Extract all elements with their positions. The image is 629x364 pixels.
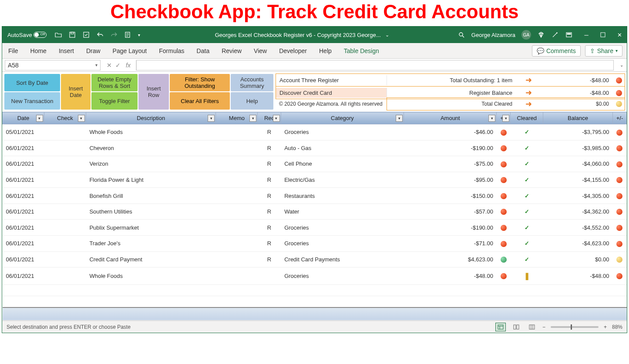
cell-check[interactable] <box>44 220 86 236</box>
minimize-icon[interactable]: ─ <box>582 31 590 39</box>
cell-rec[interactable] <box>258 267 281 285</box>
cell-description[interactable]: Whole Foods <box>86 124 216 140</box>
expand-formula-icon[interactable]: ⌄ <box>616 63 627 67</box>
table-row[interactable]: 06/01/2021Southern UtilitiesRWater-$57.0… <box>3 204 627 220</box>
cell-description[interactable]: Publix Supermarket <box>86 220 216 236</box>
share-button[interactable]: ⇪ Share ▾ <box>585 45 622 57</box>
cell-date[interactable]: 06/01/2021 <box>3 156 44 172</box>
quick-access-dropdown[interactable]: ▾ <box>138 33 140 37</box>
cell-check[interactable] <box>44 188 86 204</box>
cell-category[interactable]: Water <box>281 204 404 220</box>
autosave-indicator-icon[interactable] <box>82 31 90 39</box>
cell-check[interactable] <box>44 204 86 220</box>
cancel-formula-icon[interactable]: ✕ <box>107 62 112 69</box>
cell-date[interactable]: 06/01/2021 <box>3 172 44 188</box>
cell-date[interactable]: 06/01/2021 <box>3 267 44 285</box>
help-button[interactable]: Help <box>231 92 273 110</box>
table-row[interactable]: 05/01/2021Whole FoodsRGroceries-$46.00✓-… <box>3 124 627 140</box>
cell-amount[interactable]: -$71.00 <box>404 235 497 251</box>
cell-memo[interactable] <box>216 172 258 188</box>
open-icon[interactable] <box>54 31 62 39</box>
table-row[interactable]: 06/01/2021Bonefish GrillRRestaurants-$15… <box>3 188 627 204</box>
header-check[interactable]: Check▾ <box>44 112 86 124</box>
cell-rec[interactable]: R <box>258 140 281 156</box>
cell-check[interactable] <box>44 267 86 285</box>
cell-description[interactable]: Cheveron <box>86 140 216 156</box>
diamond-icon[interactable] <box>537 31 545 39</box>
cell-check[interactable] <box>44 235 86 251</box>
cell-cleared[interactable]: ✓ <box>511 156 543 172</box>
cell-rec[interactable]: R <box>258 251 281 267</box>
tab-table-design[interactable]: Table Design <box>342 45 381 57</box>
cell-amount[interactable]: -$190.00 <box>404 140 497 156</box>
cell-date[interactable]: 06/01/2021 <box>3 251 44 267</box>
chevron-down-icon[interactable]: ▾ <box>95 63 98 67</box>
title-dropdown-icon[interactable]: ⌄ <box>385 32 389 38</box>
cell-rec[interactable]: R <box>258 172 281 188</box>
summary-card-name[interactable]: Discover Credit Card <box>276 88 387 98</box>
view-normal-icon[interactable] <box>495 323 506 331</box>
cell-date[interactable]: 06/01/2021 <box>3 140 44 156</box>
cell-cleared[interactable]: ❚ <box>511 267 543 285</box>
filter-icon[interactable]: ▾ <box>502 115 509 122</box>
empty-row[interactable] <box>3 285 627 296</box>
filter-icon[interactable]: ▾ <box>78 115 85 122</box>
cell-rec[interactable]: R <box>258 220 281 236</box>
filter-icon[interactable]: ▾ <box>36 115 43 122</box>
zoom-value[interactable]: 88% <box>612 324 622 330</box>
sort-by-date-button[interactable]: Sort By Date <box>4 74 60 91</box>
maximize-icon[interactable] <box>599 31 607 39</box>
header-rec[interactable]: Rec▾ <box>258 112 281 124</box>
table-row[interactable]: 06/01/2021Credit Card PaymentRCredit Car… <box>3 251 627 267</box>
toggle-filter-button[interactable]: Toggle Filter <box>91 92 138 110</box>
header-date[interactable]: Date▾ <box>3 112 44 124</box>
table-row[interactable]: 06/01/2021Florida Power & LightRElectric… <box>3 172 627 188</box>
cell-check[interactable] <box>44 140 86 156</box>
cell-cleared[interactable]: ✓ <box>511 140 543 156</box>
cell-date[interactable]: 05/01/2021 <box>3 124 44 140</box>
form-icon[interactable] <box>124 31 132 39</box>
filter-icon[interactable]: ▾ <box>208 115 215 122</box>
tab-draw[interactable]: Draw <box>84 45 102 57</box>
tab-developer[interactable]: Developer <box>277 45 309 57</box>
cell-description[interactable]: Verizon <box>86 156 216 172</box>
tab-home[interactable]: Home <box>29 45 48 57</box>
cell-check[interactable] <box>44 251 86 267</box>
clear-filters-button[interactable]: Clear All Filters <box>170 92 230 110</box>
cell-description[interactable]: Florida Power & Light <box>86 172 216 188</box>
cell-check[interactable] <box>44 124 86 140</box>
cell-amount[interactable]: -$150.00 <box>404 188 497 204</box>
cell-cleared[interactable]: ✓ <box>511 235 543 251</box>
empty-row[interactable] <box>3 296 627 307</box>
save-icon[interactable] <box>68 31 76 39</box>
tab-insert[interactable]: Insert <box>57 45 76 57</box>
cell-check[interactable] <box>44 156 86 172</box>
cell-cleared[interactable]: ✓ <box>511 204 543 220</box>
cell-rec[interactable]: R <box>258 204 281 220</box>
header-category[interactable]: Category▾ <box>281 112 404 124</box>
comments-button[interactable]: 💬 Comments <box>532 45 581 57</box>
cell-amount[interactable]: -$75.00 <box>404 156 497 172</box>
header-pm2[interactable]: +/- <box>612 112 626 124</box>
new-transaction-button[interactable]: New Transaction <box>4 92 60 110</box>
cell-category[interactable]: Auto - Gas <box>281 140 404 156</box>
zoom-slider[interactable] <box>551 326 599 328</box>
cell-cleared[interactable]: ✓ <box>511 172 543 188</box>
tab-formulas[interactable]: Formulas <box>157 45 186 57</box>
tab-help[interactable]: Help <box>317 45 333 57</box>
cell-rec[interactable]: R <box>258 188 281 204</box>
zoom-out-icon[interactable]: − <box>542 324 545 330</box>
header-amount[interactable]: Amount▾ <box>404 112 497 124</box>
cell-cleared[interactable]: ✓ <box>511 251 543 267</box>
fx-icon[interactable]: fx <box>124 62 132 69</box>
cell-category[interactable]: Groceries <box>281 220 404 236</box>
cell-category[interactable]: Restaurants <box>281 188 404 204</box>
cell-description[interactable]: Bonefish Grill <box>86 188 216 204</box>
cell-description[interactable]: Southern Utilities <box>86 204 216 220</box>
table-row[interactable]: 06/01/2021Publix SupermarketRGroceries-$… <box>3 220 627 236</box>
table-row[interactable]: 06/01/2021Whole FoodsGroceries-$48.00❚-$… <box>3 267 627 285</box>
zoom-in-icon[interactable]: + <box>604 324 607 330</box>
cell-memo[interactable] <box>216 140 258 156</box>
cell-category[interactable]: Groceries <box>281 124 404 140</box>
cell-memo[interactable] <box>216 124 258 140</box>
